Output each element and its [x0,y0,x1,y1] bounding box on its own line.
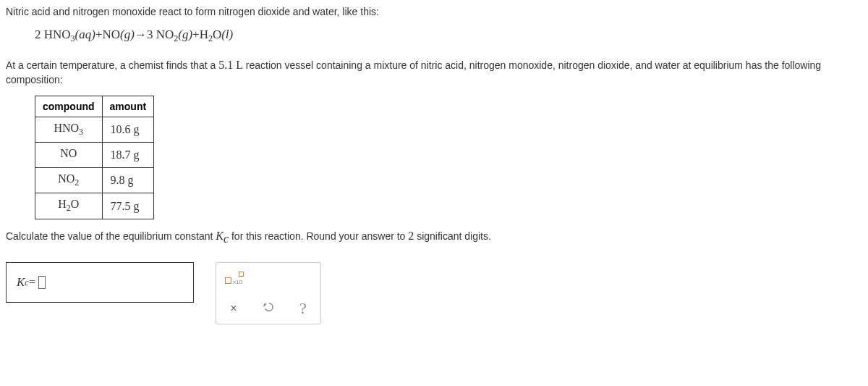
product-2b: O [213,28,221,41]
intro-text: Nitric acid and nitrogen monoxide react … [0,6,868,17]
coef-2: 3 [147,28,153,41]
answer-row: Kc = x10 × [0,262,868,324]
composition-table: compound amount HNO3 10.6 g NO 18.7 g NO… [35,96,154,219]
reactant-2-state: (g) [120,28,135,41]
reaction-arrow: → [135,28,147,41]
table-row: HNO3 10.6 g [35,117,154,142]
kc-k: K [216,230,224,242]
product-2a: H [200,28,208,41]
plus-1: + [95,28,103,41]
table-row: NO 18.7 g [35,143,154,168]
reactant-1: HNO [44,28,71,41]
answer-box[interactable]: Kc = [6,262,194,303]
header-amount: amount [102,96,154,117]
reactant-2: NO [103,28,121,41]
coef-1: 2 [35,28,41,41]
tool-panel: x10 × ? [216,262,321,324]
header-compound: compound [35,96,103,117]
context-text: At a certain temperature, a chemist find… [0,57,868,86]
scientific-notation-icon: x10 [224,270,244,286]
amount-cell: 18.7 g [102,143,154,168]
plus-2: + [192,28,200,41]
undo-icon [262,301,275,317]
amount-cell: 10.6 g [102,117,154,142]
table-header-row: compound amount [35,96,154,117]
clear-button[interactable]: × [216,293,251,324]
answer-eq: = [29,275,36,290]
product-2-state: (l) [221,28,233,41]
vessel-volume: 5.1 L [218,59,243,71]
answer-input[interactable] [38,276,46,289]
reaction-equation: 2 HNO3(aq)+NO(g)→3 NO2(g)+H2O(l) [0,25,868,47]
undo-button[interactable] [251,293,286,324]
compound-cell: NO2 [35,168,103,193]
context-a: At a certain temperature, a chemist find… [6,59,218,71]
product-1: NO [156,28,174,41]
scientific-notation-button[interactable]: x10 [216,263,251,293]
x-icon: × [230,302,237,315]
amount-cell: 77.5 g [102,193,154,219]
instruct-b: for this reaction. Round your answer to [229,230,408,242]
instruct-a: Calculate the value of the equilibrium c… [6,230,216,242]
compound-cell: NO [35,143,103,168]
reactant-1-state: (aq) [75,28,95,41]
table-row: NO2 9.8 g [35,168,154,193]
help-button[interactable]: ? [286,293,320,324]
instruct-c: significant digits. [414,230,491,242]
compound-cell: H2O [35,193,103,219]
product-1-state: (g) [178,28,192,41]
instruction-text: Calculate the value of the equilibrium c… [0,230,868,246]
answer-k: K [17,275,25,290]
compound-cell: HNO3 [35,117,103,142]
question-icon: ? [299,299,307,318]
kc-c: c [224,232,229,244]
table-row: H2O 77.5 g [35,193,154,219]
amount-cell: 9.8 g [102,168,154,193]
